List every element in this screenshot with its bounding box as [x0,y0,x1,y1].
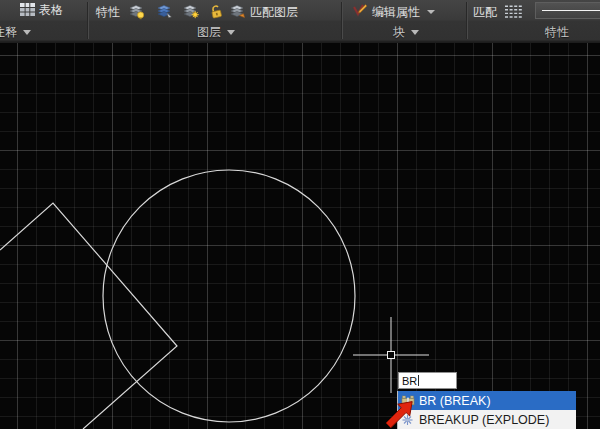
table-tool-label: 表格 [39,2,63,19]
edit-attribute-button[interactable]: 编辑属性 [352,3,435,21]
panel-title-annotation[interactable]: 注释 [0,24,31,41]
layer-properties-button[interactable]: 特性 [96,4,120,21]
crosshair-pickbox [388,352,395,359]
match-layer-label: 匹配图层 [250,4,298,21]
layer-unlock-button[interactable] [206,2,226,21]
layer-off-button[interactable] [126,2,146,21]
layer-bring-icon [229,3,246,20]
text-caret [418,375,419,386]
match-properties-label: 匹配 [473,4,497,21]
dropdown-arrow-icon [427,10,435,14]
autocomplete-item-break[interactable]: BR (BREAK) [398,391,576,410]
layer-bring-button[interactable] [227,2,247,21]
table-grid-icon [20,3,35,19]
panel-expand-arrow-icon [411,30,419,35]
autocomplete-item-label: BREAKUP (EXPLODE) [419,413,549,427]
red-arrow-shape [386,402,412,428]
layer-properties-label: 特性 [96,4,120,21]
command-input[interactable]: BR [398,372,457,389]
panel-expand-arrow-icon [23,30,31,35]
table-tool-button[interactable]: 表格 [20,2,63,19]
linetype-preview-select[interactable] [535,2,600,19]
linetype-list-button[interactable] [502,2,526,21]
panel-title-properties[interactable]: 特性 [545,24,569,41]
layer-freeze-icon [182,3,200,20]
command-input-value: BR [402,375,417,387]
panel-title-layers[interactable]: 图层 [197,24,235,41]
edit-attribute-icon [352,3,368,21]
drawn-circle[interactable] [103,170,355,422]
autocad-window: { "ribbon": { "annotation_panel": { "lab… [0,0,600,429]
ribbon: 表格 注释 特性 [0,0,600,43]
command-autocomplete-list: BR (BREAK) BREAKUP (EXPLODE) [397,391,576,429]
layer-isolate-icon [156,3,173,20]
dashed-lines-icon [504,4,524,19]
layer-off-icon [128,3,145,20]
layer-freeze-button[interactable] [181,2,201,21]
match-layer-button[interactable]: 匹配图层 [250,4,298,21]
panel-separator [87,2,89,39]
edit-attribute-label: 编辑属性 [372,4,420,21]
panel-separator [341,2,343,39]
autocomplete-item-breakup[interactable]: BREAKUP (EXPLODE) [398,410,576,429]
drawing-geometry [0,43,600,429]
panel-title-block[interactable]: 块 [393,24,419,41]
layer-unlock-icon [208,3,225,20]
match-properties-button[interactable]: 匹配 [473,4,497,21]
panel-separator [466,2,468,39]
continuous-linetype-preview [542,10,600,11]
red-arrow-cursor-icon [381,398,415,429]
panel-expand-arrow-icon [227,30,235,35]
autocomplete-item-label: BR (BREAK) [419,394,491,408]
layer-isolate-button[interactable] [154,2,174,21]
